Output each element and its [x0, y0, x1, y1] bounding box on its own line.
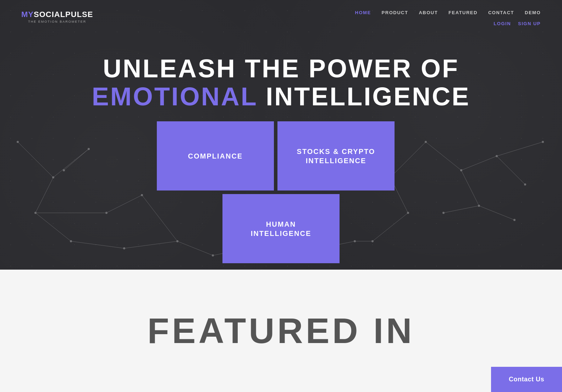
headline-line1: UNLEASH THE POWER OF — [103, 54, 459, 83]
nav-right: HOME PRODUCT ABOUT FEATURED CONTACT DEMO… — [355, 10, 541, 26]
cards-row-bottom: HUMANINTELLIGENCE — [157, 194, 405, 263]
human-intelligence-label: HUMANINTELLIGENCE — [247, 216, 315, 242]
nav-product[interactable]: PRODUCT — [382, 10, 408, 15]
nav-auth: LOGIN SIGN UP — [494, 21, 541, 26]
login-link[interactable]: LOGIN — [494, 21, 511, 26]
logo-my: MY — [21, 10, 34, 19]
compliance-card[interactable]: COMPLIANCE — [157, 121, 274, 191]
logo-text: MYSOCIALPULSE — [21, 10, 93, 19]
logo-tagline: THE EMOTION BAROMETER — [21, 20, 93, 23]
headline-highlight: EMOTIONAL — [92, 82, 258, 111]
hero-section: MYSOCIALPULSE THE EMOTION BAROMETER HOME… — [0, 0, 562, 270]
cards-container: COMPLIANCE STOCKS & CRYPTOINTELLIGENCE H… — [157, 121, 405, 263]
featured-section: FEATURED IN — [0, 270, 562, 392]
nav-about[interactable]: ABOUT — [419, 10, 438, 15]
human-intelligence-card[interactable]: HUMANINTELLIGENCE — [222, 194, 340, 263]
cards-row-top: COMPLIANCE STOCKS & CRYPTOINTELLIGENCE — [157, 121, 405, 191]
hero-content: UNLEASH THE POWER OF EMOTIONAL INTELLIGE… — [0, 26, 562, 263]
logo: MYSOCIALPULSE THE EMOTION BAROMETER — [21, 10, 93, 23]
headline-line2: INTELLIGENCE — [266, 82, 470, 111]
nav-featured[interactable]: FEATURED — [448, 10, 478, 15]
hero-headline: UNLEASH THE POWER OF EMOTIONAL INTELLIGE… — [0, 55, 562, 111]
nav-demo[interactable]: DEMO — [525, 10, 541, 15]
compliance-label: COMPLIANCE — [184, 148, 246, 164]
stocks-crypto-card[interactable]: STOCKS & CRYPTOINTELLIGENCE — [277, 121, 395, 191]
contact-us-button[interactable]: Contact Us — [491, 367, 562, 392]
navbar: MYSOCIALPULSE THE EMOTION BAROMETER HOME… — [0, 0, 562, 26]
nav-links: HOME PRODUCT ABOUT FEATURED CONTACT DEMO — [355, 10, 541, 15]
logo-socialpulse: SOCIALPULSE — [34, 10, 93, 19]
nav-contact[interactable]: CONTACT — [488, 10, 514, 15]
featured-title: FEATURED IN — [148, 310, 415, 351]
signup-link[interactable]: SIGN UP — [518, 21, 541, 26]
stocks-crypto-label: STOCKS & CRYPTOINTELLIGENCE — [293, 143, 379, 169]
nav-home[interactable]: HOME — [355, 10, 371, 15]
